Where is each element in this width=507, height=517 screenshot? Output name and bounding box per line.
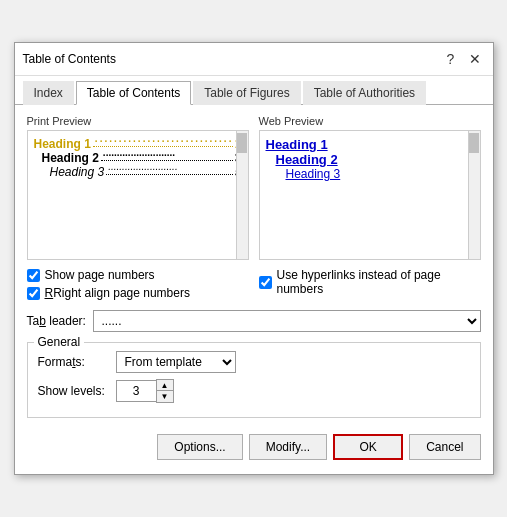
- print-preview-scrollbar[interactable]: [236, 131, 248, 259]
- tab-leader-select[interactable]: ...... (none) ------ ______: [93, 310, 481, 332]
- show-levels-input[interactable]: [116, 380, 156, 402]
- print-heading2-dots: ..........................: [101, 147, 233, 161]
- show-levels-row: Show levels: ▲ ▼: [38, 379, 470, 403]
- tab-figures[interactable]: Table of Figures: [193, 81, 300, 105]
- web-preview-scrollthumb: [469, 133, 479, 153]
- show-levels-label: Show levels:: [38, 384, 108, 398]
- options-row: Show page numbers RRight align page numb…: [27, 268, 481, 304]
- title-bar-right: ? ✕: [441, 49, 485, 69]
- print-heading1-text: Heading 1: [34, 137, 91, 151]
- web-preview-section: Web Preview Heading 1 Heading 2 Heading …: [259, 115, 481, 260]
- title-bar-left: Table of Contents: [23, 52, 116, 66]
- tab-leader-row: Tab leader: ...... (none) ------ ______: [27, 310, 481, 332]
- cancel-button[interactable]: Cancel: [409, 434, 480, 460]
- tabs-bar: Index Table of Contents Table of Figures…: [15, 76, 493, 105]
- spinner-arrows: ▲ ▼: [156, 379, 174, 403]
- web-preview-scrollbar[interactable]: [468, 131, 480, 259]
- print-preview-scrollthumb: [237, 133, 247, 153]
- tab-index[interactable]: Index: [23, 81, 74, 105]
- spinner-up-button[interactable]: ▲: [157, 380, 173, 391]
- general-section: General Formats: From template Classic D…: [27, 342, 481, 418]
- spinner-down-button[interactable]: ▼: [157, 391, 173, 402]
- table-of-contents-dialog: Table of Contents ? ✕ Index Table of Con…: [14, 42, 494, 475]
- print-preview-box: Heading 1 ..............................…: [27, 130, 249, 260]
- print-heading3-text: Heading 3: [50, 165, 105, 179]
- print-preview-label: Print Preview: [27, 115, 249, 127]
- print-preview-section: Print Preview Heading 1 ................…: [27, 115, 249, 260]
- options-button[interactable]: Options...: [157, 434, 242, 460]
- show-page-numbers-label: Show page numbers: [45, 268, 155, 282]
- formats-label: Formats:: [38, 355, 108, 369]
- print-heading2-text: Heading 2: [42, 151, 99, 165]
- web-heading3-text: Heading 3: [266, 167, 474, 181]
- right-align-label: RRight align page numbers: [45, 286, 190, 300]
- right-align-row: RRight align page numbers: [27, 286, 249, 300]
- show-page-numbers-checkbox[interactable]: [27, 269, 40, 282]
- tab-toc[interactable]: Table of Contents: [76, 81, 191, 105]
- use-hyperlinks-row: Use hyperlinks instead of page numbers: [259, 268, 481, 296]
- web-preview-label: Web Preview: [259, 115, 481, 127]
- show-page-numbers-row: Show page numbers: [27, 268, 249, 282]
- dialog-title: Table of Contents: [23, 52, 116, 66]
- close-button[interactable]: ✕: [465, 49, 485, 69]
- dialog-body: Print Preview Heading 1 ................…: [15, 105, 493, 474]
- web-preview-box: Heading 1 Heading 2 Heading 3: [259, 130, 481, 260]
- tab-authorities[interactable]: Table of Authorities: [303, 81, 426, 105]
- right-align-checkbox[interactable]: [27, 287, 40, 300]
- use-hyperlinks-checkbox[interactable]: [259, 276, 272, 289]
- print-heading1-dots: ..............................: [93, 133, 233, 147]
- modify-button[interactable]: Modify...: [249, 434, 327, 460]
- right-options: Use hyperlinks instead of page numbers: [259, 268, 481, 304]
- formats-select[interactable]: From template Classic Distinctive Center…: [116, 351, 236, 373]
- print-heading3-dots: .........................: [106, 161, 233, 175]
- bottom-buttons: Options... Modify... OK Cancel: [27, 428, 481, 464]
- ok-button[interactable]: OK: [333, 434, 403, 460]
- preview-row: Print Preview Heading 1 ................…: [27, 115, 481, 260]
- left-options: Show page numbers RRight align page numb…: [27, 268, 249, 304]
- use-hyperlinks-label: Use hyperlinks instead of page numbers: [277, 268, 481, 296]
- general-legend: General: [34, 335, 85, 349]
- web-heading1-text: Heading 1: [266, 137, 474, 152]
- print-heading3-row: Heading 3 ......................... 5: [34, 165, 242, 179]
- tab-leader-label: Tab leader:: [27, 314, 87, 328]
- title-bar: Table of Contents ? ✕: [15, 43, 493, 76]
- formats-row: Formats: From template Classic Distincti…: [38, 351, 470, 373]
- web-heading2-text: Heading 2: [266, 152, 474, 167]
- help-button[interactable]: ?: [441, 49, 461, 69]
- show-levels-spinner: ▲ ▼: [116, 379, 174, 403]
